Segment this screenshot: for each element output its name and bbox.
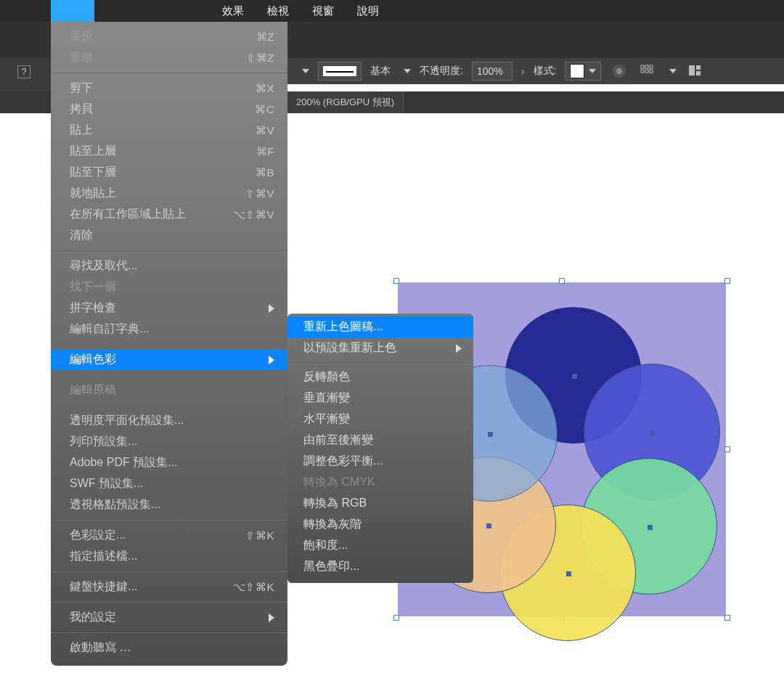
submenu-convert-cmyk: 轉換為 CMYK xyxy=(287,472,473,493)
svg-rect-7 xyxy=(650,70,653,73)
submenu-saturate[interactable]: 飽和度... xyxy=(287,535,473,556)
submenu-recolor-with-preset[interactable]: 以預設集重新上色 xyxy=(287,338,473,359)
submenu-invert-colors[interactable]: 反轉顏色 xyxy=(287,367,473,388)
menu-find-replace[interactable]: 尋找及取代... xyxy=(51,256,287,277)
menubar-edit[interactable] xyxy=(51,0,94,22)
menu-perspective-presets[interactable]: 透視格點預設集... xyxy=(51,494,287,515)
svg-rect-10 xyxy=(696,71,701,75)
menubar-window[interactable]: 視窗 xyxy=(301,0,346,22)
menu-paste-in-place[interactable]: 就地貼上⇧⌘V xyxy=(51,183,287,204)
menu-assign-profile[interactable]: 指定描述檔... xyxy=(51,546,287,567)
menu-swf-presets[interactable]: SWF 預設集... xyxy=(51,473,287,494)
menu-cut[interactable]: 剪下⌘X xyxy=(51,78,287,99)
submenu-convert-rgb[interactable]: 轉換為 RGB xyxy=(287,493,473,514)
svg-rect-6 xyxy=(645,70,648,73)
edit-colors-submenu: 重新上色圖稿... 以預設集重新上色 反轉顏色 垂直漸變 水平漸變 由前至後漸變… xyxy=(287,314,473,583)
svg-point-1 xyxy=(616,68,622,74)
submenu-adjust-color-balance[interactable]: 調整色彩平衡... xyxy=(287,451,473,472)
menu-custom-dictionary[interactable]: 編輯自訂字典... xyxy=(51,319,287,340)
menu-color-settings[interactable]: 色彩設定...⇧⌘K xyxy=(51,525,287,546)
svg-rect-8 xyxy=(689,65,695,75)
arrange-icon[interactable] xyxy=(685,62,704,81)
svg-rect-9 xyxy=(696,65,701,70)
menu-paste-front[interactable]: 貼至上層⌘F xyxy=(51,141,287,162)
svg-rect-4 xyxy=(650,65,653,68)
menu-find-next: 找下一個 xyxy=(51,277,287,298)
menu-redo: 重做⇧⌘Z xyxy=(51,47,287,68)
app-menubar: 效果 檢視 視窗 說明 xyxy=(0,0,784,22)
stroke-preview[interactable] xyxy=(318,62,362,81)
stroke-style-label: 基本 xyxy=(370,65,391,78)
submenu-blend-vertically[interactable]: 垂直漸變 xyxy=(287,388,473,409)
menubar-effect[interactable]: 效果 xyxy=(211,0,256,22)
menu-transparency-presets[interactable]: 透明度平面化預設集... xyxy=(51,410,287,431)
menubar-help[interactable]: 說明 xyxy=(346,0,391,22)
menu-my-settings[interactable]: 我的設定 xyxy=(51,607,287,628)
menu-paste-back[interactable]: 貼至下層⌘B xyxy=(51,162,287,183)
menu-keyboard-shortcuts[interactable]: 鍵盤快捷鍵...⌥⇧⌘K xyxy=(51,576,287,597)
svg-rect-5 xyxy=(641,70,644,73)
opacity-label: 不透明度: xyxy=(420,65,463,78)
menu-paste-all-artboards[interactable]: 在所有工作區域上貼上⌥⇧⌘V xyxy=(51,204,287,225)
dropdown-icon[interactable] xyxy=(302,69,309,73)
menu-undo[interactable]: 還原⌘Z xyxy=(51,26,287,47)
menu-paste[interactable]: 貼上⌘V xyxy=(51,120,287,141)
submenu-overprint-black[interactable]: 黑色疊印... xyxy=(287,556,473,577)
style-label: 樣式: xyxy=(534,65,557,78)
chevron-right-icon xyxy=(456,344,462,353)
chevron-right-icon xyxy=(269,613,274,622)
menubar-view[interactable]: 檢視 xyxy=(256,0,301,22)
menu-copy[interactable]: 拷貝⌘C xyxy=(51,99,287,120)
menu-start-dictation[interactable]: 啟動聽寫 … xyxy=(51,637,287,658)
submenu-blend-horizontally[interactable]: 水平漸變 xyxy=(287,409,473,430)
menu-edit-original: 編輯原稿 xyxy=(51,380,287,401)
menu-pdf-presets[interactable]: Adobe PDF 預設集... xyxy=(51,452,287,473)
edit-menu: 還原⌘Z 重做⇧⌘Z 剪下⌘X 拷貝⌘C 貼上⌘V 貼至上層⌘F 貼至下層⌘B … xyxy=(51,22,287,666)
recolor-icon[interactable] xyxy=(610,62,629,81)
menu-spellcheck[interactable]: 拼字檢查 xyxy=(51,298,287,319)
stroke-style-dropdown[interactable] xyxy=(404,69,411,73)
opacity-value[interactable]: 100% xyxy=(472,62,513,81)
menu-clear[interactable]: 清除 xyxy=(51,225,287,246)
menu-print-presets[interactable]: 列印預設集... xyxy=(51,431,287,452)
style-swatch[interactable] xyxy=(565,62,601,81)
align-icon[interactable] xyxy=(637,62,656,81)
submenu-blend-front-to-back[interactable]: 由前至後漸變 xyxy=(287,430,473,451)
chevron-right-icon xyxy=(269,356,274,364)
arrow-icon[interactable]: › xyxy=(521,65,525,77)
document-tab[interactable]: 200% (RGB/GPU 預視) xyxy=(287,91,404,113)
svg-rect-3 xyxy=(645,65,648,68)
menu-edit-colors[interactable]: 編輯色彩 xyxy=(51,349,287,370)
svg-rect-2 xyxy=(641,65,644,68)
submenu-convert-grayscale[interactable]: 轉換為灰階 xyxy=(287,514,473,535)
align-dropdown[interactable] xyxy=(669,69,677,73)
chevron-right-icon xyxy=(269,304,274,313)
submenu-recolor-artwork[interactable]: 重新上色圖稿... xyxy=(287,317,473,338)
